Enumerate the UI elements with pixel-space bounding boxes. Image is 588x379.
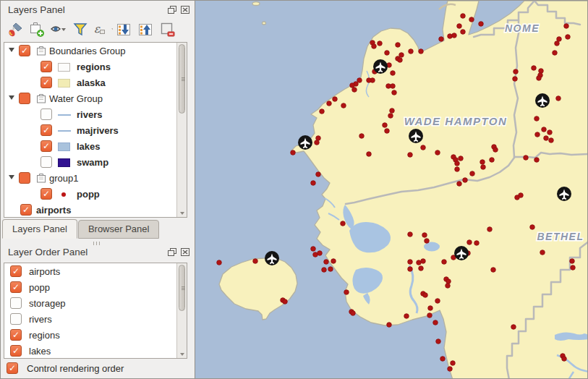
dock-tabs: Layers PanelBrowser Panel xyxy=(2,219,160,239)
popp-point xyxy=(493,148,498,153)
layer-checkbox[interactable]: ✓ xyxy=(41,140,52,152)
popp-point xyxy=(446,279,451,284)
order-checkbox[interactable] xyxy=(10,313,22,325)
layer-checkbox[interactable]: ✓ xyxy=(19,45,30,56)
float-panel-icon[interactable] xyxy=(167,247,177,257)
panel-splitter[interactable] xyxy=(1,240,195,246)
order-label: storagep xyxy=(29,298,66,309)
order-item-regions[interactable]: ✓regions xyxy=(4,327,187,343)
layer-checkbox[interactable] xyxy=(19,93,30,104)
popp-point xyxy=(387,323,392,328)
tree-item-regions[interactable]: ✓regions xyxy=(4,59,187,74)
popp-point xyxy=(570,259,575,264)
order-item-lakes[interactable]: ✓lakes xyxy=(4,343,187,359)
popp-point xyxy=(571,265,576,271)
manage-visibility-button[interactable] xyxy=(48,20,69,39)
layer-checkbox[interactable]: ✓ xyxy=(20,204,32,216)
float-panel-icon[interactable] xyxy=(167,5,177,14)
tree-item-boundaries-group[interactable]: ✓Boundaries Group xyxy=(4,43,187,59)
popp-point xyxy=(328,267,333,272)
popp-point xyxy=(451,361,456,366)
expand-triangle-icon[interactable] xyxy=(9,95,14,100)
popp-point xyxy=(217,260,222,265)
add-group-button[interactable] xyxy=(26,20,48,39)
order-item-storagep[interactable]: storagep xyxy=(4,295,187,311)
layer-checkbox[interactable]: ✓ xyxy=(41,188,52,200)
control-rendering-order-checkbox[interactable]: ✓ xyxy=(7,362,18,374)
order-item-rivers[interactable]: rivers xyxy=(4,311,187,327)
popp-point xyxy=(490,158,495,163)
order-item-popp[interactable]: ✓popp xyxy=(4,279,187,295)
popp-point xyxy=(515,195,520,200)
collapse-all-button[interactable] xyxy=(135,20,156,39)
layers-panel-title: Layers Panel xyxy=(8,4,65,15)
popp-point xyxy=(409,49,414,54)
tree-item-lakes[interactable]: ✓lakes xyxy=(4,138,187,154)
order-checkbox[interactable] xyxy=(10,297,22,309)
map-label-wade-hampton: WADE HAMPTON xyxy=(404,115,508,127)
layer-checkbox[interactable]: ✓ xyxy=(41,77,52,88)
popp-point xyxy=(385,129,390,134)
scroll-down-icon[interactable] xyxy=(180,212,184,215)
layer-tree: ✓Boundaries Group✓regions✓alaskaWater Gr… xyxy=(4,42,187,218)
popp-point xyxy=(435,150,440,156)
layer-label: regions xyxy=(77,61,111,72)
tree-item-alaska[interactable]: ✓alaska xyxy=(4,74,187,90)
tree-item-rivers[interactable]: rivers xyxy=(4,106,187,122)
layers-panel-toolbar: ε xyxy=(4,20,191,40)
expand-all-button[interactable] xyxy=(113,20,135,39)
expand-triangle-icon[interactable] xyxy=(9,175,14,179)
order-checkbox[interactable]: ✓ xyxy=(10,345,22,357)
popp-point xyxy=(333,97,338,102)
map-canvas[interactable]: NOMEWADE HAMPTONBETHEL xyxy=(195,1,588,379)
layer-checkbox[interactable] xyxy=(41,108,52,120)
tree-item-swamp[interactable]: swamp xyxy=(4,154,187,170)
popp-point xyxy=(404,314,409,319)
tree-item-water-group[interactable]: Water Group xyxy=(4,90,187,106)
layer-checkbox[interactable] xyxy=(41,156,52,168)
popp-point xyxy=(537,76,542,81)
tree-item-majrivers[interactable]: ✓majrivers xyxy=(4,122,187,138)
close-panel-icon[interactable] xyxy=(180,5,190,14)
order-checkbox[interactable]: ✓ xyxy=(10,265,22,277)
tree-item-group1[interactable]: group1 xyxy=(4,170,187,186)
tree-scrollbar[interactable] xyxy=(176,43,187,217)
remove-layer-button[interactable] xyxy=(156,20,178,39)
popp-point xyxy=(417,260,422,265)
layer-checkbox[interactable]: ✓ xyxy=(41,61,52,72)
expand-triangle-icon[interactable] xyxy=(9,48,14,52)
expand-all-icon xyxy=(115,21,132,38)
order-checkbox[interactable]: ✓ xyxy=(10,329,22,341)
order-scrollbar-thumb[interactable] xyxy=(179,265,185,311)
popp-point xyxy=(419,266,424,271)
order-item-airports[interactable]: ✓airports xyxy=(4,263,187,279)
expression-filter-button[interactable]: ε xyxy=(91,20,113,39)
layer-label: alaska xyxy=(77,77,106,88)
popp-point xyxy=(534,158,540,163)
tree-scrollbar-thumb[interactable] xyxy=(179,44,185,114)
close-panel-icon[interactable] xyxy=(180,247,190,257)
layer-checkbox[interactable]: ✓ xyxy=(41,124,52,136)
filter-legend-icon xyxy=(72,21,89,38)
open-layer-styling-button[interactable] xyxy=(4,20,26,39)
order-scrollbar[interactable] xyxy=(176,263,187,358)
filter-legend-button[interactable] xyxy=(69,20,91,39)
popp-point xyxy=(408,232,413,237)
layer-order-list: ✓airports✓poppstorageprivers✓regions✓lak… xyxy=(4,263,187,359)
popp-point xyxy=(557,37,562,42)
tree-item-popp[interactable]: ✓popp xyxy=(4,186,187,202)
popp-point xyxy=(322,268,327,273)
layer-checkbox[interactable] xyxy=(19,172,30,184)
popp-point xyxy=(564,24,569,29)
order-checkbox[interactable]: ✓ xyxy=(10,281,22,293)
tab-layers-panel[interactable]: Layers Panel xyxy=(2,219,77,239)
collapse-all-icon xyxy=(137,21,154,38)
airport-marker xyxy=(265,251,279,265)
order-label: airports xyxy=(29,266,60,277)
tab-browser-panel[interactable]: Browser Panel xyxy=(78,220,160,239)
open-layer-styling-icon xyxy=(7,21,24,38)
scroll-down-icon[interactable] xyxy=(180,353,184,356)
popp-point xyxy=(378,41,383,46)
popp-point xyxy=(311,181,316,186)
tree-item-airports[interactable]: ✓airports xyxy=(4,202,187,218)
